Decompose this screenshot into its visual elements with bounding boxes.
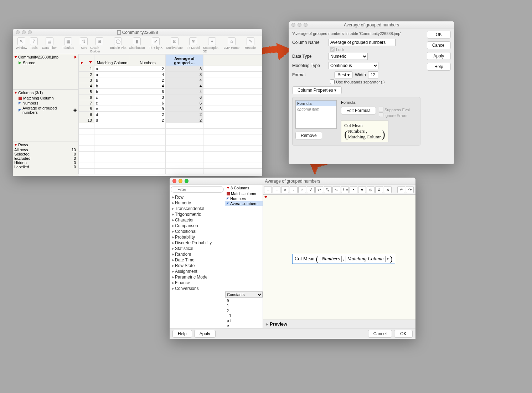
column-item[interactable]: Match…olumn	[225, 191, 263, 196]
ok-button[interactable]: OK	[394, 330, 413, 338]
apply-button[interactable]: Apply	[194, 330, 216, 338]
titlebar[interactable]: Average of grouped numbers	[289, 21, 454, 29]
column-item[interactable]: Numbers	[225, 196, 263, 201]
cell[interactable]: 2	[130, 66, 166, 72]
zoom-icon[interactable]	[185, 179, 188, 183]
traffic-lights[interactable]	[16, 30, 32, 34]
cell[interactable]: 2	[130, 117, 166, 123]
zoom-icon[interactable]	[28, 30, 32, 34]
ok-button[interactable]: OK	[427, 31, 451, 39]
column-item[interactable]: Average of grouped numbers✚	[13, 106, 78, 115]
close-icon[interactable]	[291, 23, 295, 27]
row-number[interactable]: 10	[79, 117, 94, 123]
formula-display[interactable]: Col Mean ( Numbers , Matching Column )	[341, 120, 388, 142]
data-grid[interactable]: Matching Column Numbers Average of group…	[78, 54, 262, 176]
property-optional[interactable]: optional item	[296, 106, 336, 112]
operator-button[interactable]: ∧	[350, 186, 357, 193]
tools-button[interactable]: ?Tools	[28, 37, 40, 50]
operator-button[interactable]: xʸ	[315, 186, 323, 193]
cell[interactable]: 3	[166, 66, 203, 72]
data-filter-button[interactable]: ▤Data Filter	[40, 37, 58, 50]
redo-button[interactable]: ↷	[406, 186, 414, 193]
row-number[interactable]: 6	[79, 95, 94, 100]
function-category[interactable]: ▶Numeric	[170, 200, 225, 206]
fit-y-by-x-button[interactable]: ⤢Fit Y by X	[147, 37, 165, 50]
row-number[interactable]: 1	[79, 66, 94, 72]
function-category[interactable]: ▶Trigonometric	[170, 211, 225, 217]
cell[interactable]: 3	[130, 95, 166, 100]
column-properties-button[interactable]: Column Properties ▾	[292, 86, 342, 94]
operator-button[interactable]: ！=	[341, 186, 349, 193]
format-best-button[interactable]: Best ▾	[334, 71, 353, 78]
tabulate-button[interactable]: ▦Tabulate	[59, 37, 77, 50]
column-item[interactable]: Numbers	[13, 101, 78, 106]
operator-button[interactable]: ＋	[264, 186, 272, 193]
property-formula[interactable]: Formula	[296, 101, 336, 106]
row-menu-icon[interactable]	[81, 61, 83, 64]
cell[interactable]: 9	[130, 106, 166, 112]
distribution-button[interactable]: ▮Distribution	[128, 37, 146, 50]
function-category[interactable]: ▶Finance	[170, 280, 225, 286]
function-category[interactable]: ▶Probability	[170, 234, 225, 240]
cell[interactable]: b	[94, 83, 130, 89]
width-input[interactable]	[368, 71, 378, 78]
window-tool-button[interactable]: ↖Window	[16, 37, 27, 50]
operator-button[interactable]: ÷	[290, 186, 298, 193]
cell[interactable]: 2	[130, 112, 166, 117]
jmp-home-button[interactable]: ⌂JMP Home	[222, 37, 241, 50]
cell[interactable]: 2	[130, 77, 166, 83]
cell[interactable]: 2	[166, 112, 203, 117]
property-list[interactable]: Formula optional item	[295, 100, 337, 129]
formula-canvas[interactable]: Col Mean ( Numbers, Matching Column ▾ )	[263, 195, 415, 320]
minimize-icon[interactable]	[179, 179, 182, 183]
operator-button[interactable]: ^	[298, 186, 306, 193]
operator-button[interactable]: ⁷⁄ₓ	[324, 186, 332, 193]
cancel-button[interactable]: Cancel	[368, 330, 392, 338]
source-label[interactable]: Source	[23, 61, 35, 65]
canvas-menu-icon[interactable]	[264, 196, 267, 198]
cell[interactable]: b	[94, 77, 130, 83]
preview-label[interactable]: Preview	[270, 321, 287, 327]
function-category[interactable]: ▶Date Time	[170, 257, 225, 263]
formula-expression[interactable]: Col Mean ( Numbers, Matching Column ▾ )	[292, 254, 395, 264]
column-item-selected[interactable]: Avera…umbers	[225, 201, 263, 206]
cell[interactable]: 3	[166, 72, 203, 77]
minimize-icon[interactable]	[298, 23, 301, 27]
scatterplot-3d-button[interactable]: ✦Scatterplot 3D	[203, 37, 221, 53]
function-category[interactable]: ▶Row State	[170, 263, 225, 269]
operator-button[interactable]: ⊕	[367, 186, 375, 193]
cell[interactable]: d	[94, 112, 130, 117]
cell[interactable]: c	[94, 95, 130, 100]
constants-select[interactable]: Constants	[225, 292, 263, 297]
function-category[interactable]: ▶Statistical	[170, 246, 225, 251]
row-number[interactable]: 8	[79, 106, 94, 112]
operator-button[interactable]: ×	[281, 186, 289, 193]
undo-button[interactable]: ↶	[397, 186, 405, 193]
function-category[interactable]: ▶Assignment	[170, 269, 225, 274]
cell[interactable]: c	[94, 106, 130, 112]
col-menu-icon[interactable]	[89, 61, 92, 63]
recode-button[interactable]: ✎Recode	[241, 37, 259, 50]
titlebar[interactable]: Average of grouped numbers	[170, 178, 415, 185]
close-icon[interactable]	[172, 179, 176, 183]
function-category[interactable]: ▶Discrete Probability	[170, 240, 225, 246]
thousands-checkbox[interactable]	[330, 80, 335, 84]
function-category[interactable]: ▶Character	[170, 217, 225, 223]
filter-input[interactable]	[171, 186, 224, 193]
cell[interactable]: 4	[166, 89, 203, 95]
column-name-input[interactable]	[329, 39, 396, 46]
modeling-type-select[interactable]: Continuous	[329, 62, 378, 69]
formula-plus-icon[interactable]: ✚	[73, 108, 77, 113]
cell[interactable]: 6	[166, 100, 203, 106]
disclosure-icon[interactable]	[14, 92, 17, 94]
operator-button[interactable]: √	[307, 186, 315, 193]
function-category[interactable]: ▶Random	[170, 251, 225, 257]
disclosure-icon[interactable]	[14, 144, 17, 146]
cell[interactable]: 6	[130, 89, 166, 95]
cell[interactable]: a	[94, 72, 130, 77]
multivariate-button[interactable]: ⊡Multivariate	[165, 37, 184, 50]
operator-button[interactable]: ⥀	[375, 186, 383, 193]
panel-menu-icon[interactable]	[74, 56, 77, 58]
cancel-button[interactable]: Cancel	[427, 41, 451, 49]
cell[interactable]: 4	[130, 83, 166, 89]
